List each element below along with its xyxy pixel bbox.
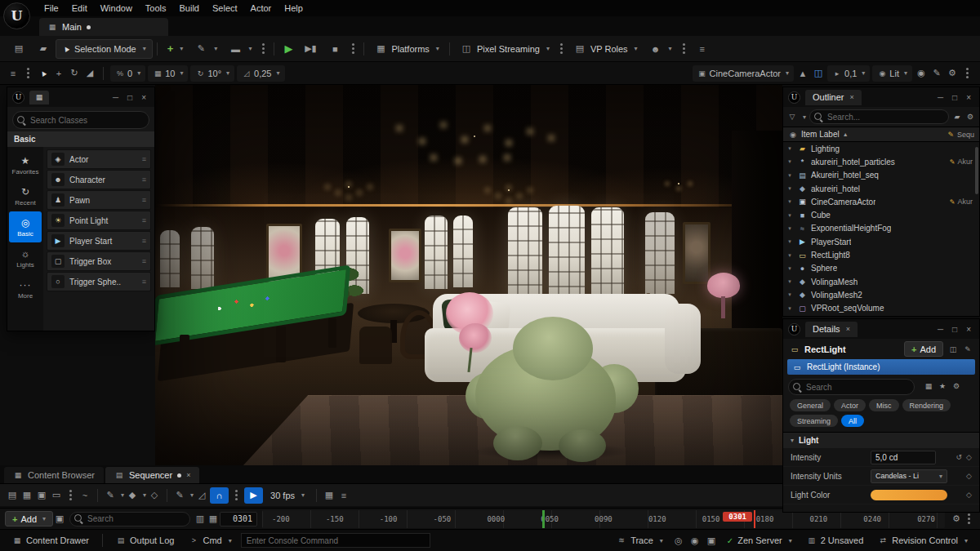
zoom-fit-icon[interactable]: ▦ (323, 489, 336, 502)
category-rail-item[interactable]: Basic (9, 211, 42, 242)
close-icon[interactable]: × (141, 93, 146, 102)
rotation-snap-dropdown[interactable]: ↻10°▾ (190, 65, 234, 82)
console-command-input[interactable] (247, 536, 425, 545)
toolbar-overflow-icon[interactable] (560, 47, 563, 50)
timeline-settings-icon[interactable]: ⚙ (950, 513, 963, 526)
expand-chevron-icon[interactable]: ▾ (786, 291, 794, 298)
expand-chevron-icon[interactable]: ▾ (786, 225, 794, 232)
outliner-search[interactable] (809, 109, 949, 124)
content-browser-button[interactable]: ▰ (31, 39, 56, 59)
favorites-star-icon[interactable]: ★ (938, 381, 947, 391)
minimize-icon[interactable]: ─ (938, 93, 943, 102)
new-folder-icon[interactable]: ▰ (952, 112, 962, 122)
light-color-swatch[interactable] (871, 490, 947, 500)
menu-item[interactable]: Tools (139, 0, 173, 16)
pixel-streaming-dropdown[interactable]: ◫ Pixel Streaming ▾ (454, 39, 555, 59)
menu-item[interactable]: Select (206, 0, 244, 16)
camera-actor-dropdown[interactable]: ▣CineCameraActor▾ (693, 65, 794, 82)
maximize-icon[interactable]: □ (952, 325, 957, 334)
light-section-header[interactable]: ▾ Light (783, 432, 979, 448)
menu-item[interactable]: Help (278, 0, 310, 16)
eject-icon[interactable]: ▲ (796, 67, 809, 80)
select-tool-icon[interactable]: ▲ (37, 67, 50, 80)
quick-add-button[interactable]: +▾ (162, 39, 189, 59)
drag-handle-icon[interactable]: ≡ (142, 196, 146, 204)
maximize-icon[interactable]: □ (952, 93, 957, 102)
toolbar-overflow-icon[interactable] (683, 47, 685, 50)
output-log-button[interactable]: ▤ Output Log (110, 532, 180, 549)
keyframe-diamond-icon[interactable]: ◇ (966, 453, 972, 461)
capture-icon[interactable]: ▣ (705, 534, 718, 547)
snap-overflow-icon[interactable] (235, 494, 238, 496)
sequencer-search[interactable] (69, 512, 190, 527)
category-rail-item[interactable]: More (7, 273, 43, 304)
vp-roles-dropdown[interactable]: ▤ VP Roles ▾ (568, 39, 644, 59)
visibility-eye-icon[interactable]: ◉ (788, 130, 798, 140)
outliner-row[interactable]: ▾ CineCameraActor Akur (783, 195, 979, 208)
play-button[interactable]: ▶ (278, 39, 298, 59)
expand-chevron-icon[interactable]: ▾ (786, 172, 794, 179)
playback-options-toggle[interactable]: ▶ (244, 487, 263, 504)
category-rail-item[interactable]: Lights (7, 242, 43, 273)
expand-chevron-icon[interactable]: ▾ (786, 185, 794, 192)
keyframe-diamond-icon[interactable]: ◇ (966, 472, 972, 480)
sequencer-tab[interactable]: ▤ Sequencer × (105, 467, 199, 483)
viewport-overflow-icon[interactable] (966, 72, 969, 74)
grid-snap-dropdown[interactable]: ▦10▾ (148, 65, 188, 82)
playhead-line[interactable] (754, 510, 755, 528)
viewport-menu-icon[interactable]: ≡ (7, 67, 20, 80)
outliner-row[interactable]: ▾ Sphere (783, 262, 979, 275)
expand-chevron-icon[interactable]: ▾ (786, 278, 794, 285)
profiler-icon[interactable]: ◉ (688, 534, 702, 547)
viewport-options-icon[interactable] (27, 72, 29, 74)
filter-chip[interactable]: Streaming (790, 415, 838, 427)
menu-item[interactable]: Edit (65, 0, 94, 16)
snap-options-icon[interactable]: ◿ (195, 489, 208, 502)
outliner-settings-icon[interactable]: ⚙ (965, 112, 975, 122)
content-drawer-button[interactable]: ▦ Content Drawer (7, 532, 95, 549)
insights-icon[interactable]: ◎ (672, 534, 685, 547)
minimize-icon[interactable]: ─ (113, 93, 118, 102)
rotate-tool-icon[interactable]: ↻ (68, 67, 81, 80)
platforms-dropdown[interactable]: ▦ Platforms ▾ (368, 39, 444, 59)
placeable-actor-item[interactable]: Character ≡ (47, 170, 151, 189)
outliner-search-input[interactable] (827, 113, 948, 122)
stop-button[interactable]: ■ (323, 39, 347, 59)
filter-chip[interactable]: Actor (834, 399, 866, 411)
edit-options-icon[interactable]: ✎ (173, 489, 186, 502)
save-button[interactable]: ▤ (7, 39, 31, 59)
keyframe-options-icon[interactable]: ◆ (126, 489, 139, 502)
close-icon[interactable]: × (186, 471, 190, 479)
curve-editor-icon[interactable]: ~ (78, 489, 91, 502)
blueprints-button[interactable]: ✎▾ (189, 39, 223, 59)
cinematics-button[interactable]: ▬▾ (223, 39, 257, 59)
expand-chevron-icon[interactable]: ▾ (786, 198, 794, 205)
add-component-button[interactable]: + Add (904, 341, 943, 357)
auto-key-icon[interactable]: ◇ (148, 489, 161, 502)
outliner-row[interactable]: ▾ PlayerStart (783, 235, 979, 248)
placeable-actor-item[interactable]: Point Light ≡ (47, 211, 151, 230)
close-icon[interactable]: × (850, 93, 854, 101)
fps-dropdown[interactable]: 30 fps ▾ (265, 486, 310, 505)
menu-item[interactable]: File (38, 0, 65, 16)
frame-skip-button[interactable]: ▶▮ (298, 39, 323, 59)
close-icon[interactable]: × (846, 325, 850, 333)
placeable-actor-item[interactable]: Actor ≡ (47, 149, 151, 169)
track-list-icon[interactable]: ≡ (337, 489, 350, 502)
show-flags-icon[interactable]: ◉ (915, 67, 928, 80)
playhead-frame-badge[interactable]: 0301 (723, 512, 752, 522)
expand-chevron-icon[interactable]: ▾ (786, 252, 794, 259)
render-movie-icon[interactable]: ▣ (35, 489, 48, 502)
menu-item[interactable]: Build (173, 0, 206, 16)
item-label-column[interactable]: Item Label (801, 130, 840, 139)
search-classes-input[interactable] (30, 116, 149, 125)
settings-menu-button[interactable]: ≡ (690, 39, 715, 59)
zen-server-dropdown[interactable]: ✓ Zen Server ▾ (721, 532, 798, 549)
intensity-units-dropdown[interactable]: Candelas - Li▾ (871, 469, 947, 483)
panel-tab-icon[interactable]: ▦ (29, 91, 49, 104)
selected-instance-row[interactable]: ▭ RectLight (Instance) (787, 359, 975, 375)
play-options-icon[interactable] (352, 47, 354, 50)
component-extra-icon[interactable]: ✎ (963, 344, 973, 354)
level-tab-main[interactable]: ▦ Main (39, 18, 168, 36)
level-viewport[interactable] (155, 85, 782, 465)
